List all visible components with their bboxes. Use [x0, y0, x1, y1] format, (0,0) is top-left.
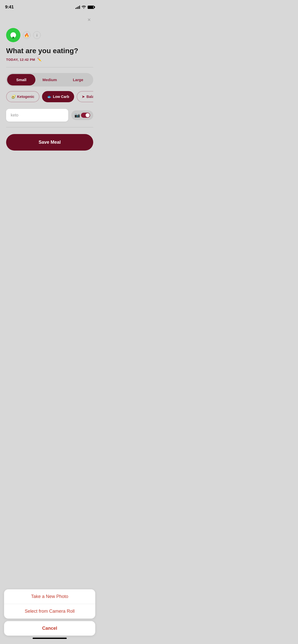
- diet-btn-balanced[interactable]: ➤ Balanced: [77, 91, 93, 102]
- edit-icon[interactable]: ✏️: [37, 57, 42, 62]
- date-row: TODAY, 12:42 PM ✏️: [6, 57, 93, 62]
- size-btn-large[interactable]: Large: [64, 74, 92, 85]
- ketogenic-label: Ketogenic: [17, 95, 34, 99]
- wifi-icon: [82, 5, 86, 9]
- diet-btn-lowcarb[interactable]: 🐟 Low Carb: [42, 91, 74, 102]
- logo-inner: [10, 32, 16, 38]
- search-row: 📷: [6, 109, 93, 122]
- lowcarb-icon: 🐟: [47, 95, 51, 99]
- app-logo: [6, 28, 20, 42]
- signal-icon: [75, 5, 80, 9]
- size-selector: Small Medium Large: [6, 73, 93, 86]
- status-icons: [75, 5, 94, 9]
- search-input[interactable]: [6, 109, 68, 122]
- balanced-icon: ➤: [82, 95, 85, 99]
- status-bar: 9:41: [0, 0, 99, 13]
- date-label: TODAY, 12:42 PM: [6, 58, 35, 62]
- divider-bottom: [6, 127, 93, 127]
- save-meal-button[interactable]: Save Meal: [6, 134, 93, 151]
- status-time: 9:41: [5, 5, 14, 10]
- diet-selector: 🥑 Ketogenic 🐟 Low Carb ➤ Balanced: [6, 91, 93, 103]
- info-icon: i: [36, 33, 37, 37]
- main-content: 🔥 i What are you eating? TODAY, 12:42 PM…: [0, 28, 99, 158]
- balanced-label: Balanced: [86, 95, 93, 99]
- divider-top: [6, 67, 93, 67]
- battery-icon: [88, 6, 94, 9]
- lowcarb-label: Low Carb: [53, 95, 69, 99]
- camera-toggle[interactable]: 📷: [71, 110, 93, 120]
- size-btn-small[interactable]: Small: [7, 74, 35, 85]
- close-button[interactable]: ×: [85, 15, 94, 24]
- page-title: What are you eating?: [6, 47, 93, 55]
- camera-toggle-pill: [81, 113, 90, 118]
- camera-icon: 📷: [74, 112, 80, 118]
- ketogenic-icon: 🥑: [11, 95, 16, 99]
- flame-badge: 🔥: [23, 31, 31, 39]
- toggle-thumb: [86, 113, 90, 117]
- logo-row: 🔥 i: [6, 28, 93, 42]
- flame-icon: 🔥: [24, 33, 29, 38]
- size-btn-medium[interactable]: Medium: [35, 74, 64, 85]
- diet-btn-ketogenic[interactable]: 🥑 Ketogenic: [6, 91, 39, 102]
- info-badge: i: [33, 31, 41, 39]
